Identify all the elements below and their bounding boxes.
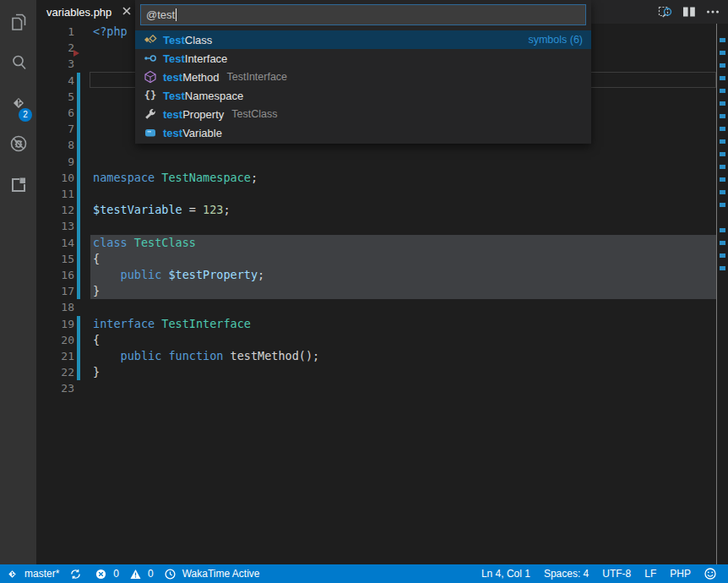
code-token: testMethod();: [231, 349, 320, 362]
interface-icon: [144, 52, 157, 65]
symbol-group-label: symbols (6): [528, 34, 583, 46]
code-line: class TestClass: [93, 235, 716, 251]
line-number: 21: [36, 348, 74, 364]
ruler-modified-mark: [720, 241, 725, 245]
status-item-ln-4-col-1[interactable]: Ln 4, Col 1: [481, 568, 530, 580]
status-label: 0: [113, 568, 119, 580]
activity-item-extensions[interactable]: [0, 166, 36, 206]
find-in-file-icon[interactable]: [654, 0, 677, 24]
line-number: 8: [36, 137, 74, 153]
status-item-php[interactable]: PHP: [670, 568, 691, 580]
symbol-list: TestClasssymbols (6)TestInterfacetestMet…: [135, 30, 591, 144]
code-token: <?php: [93, 25, 128, 38]
overview-ruler[interactable]: [716, 24, 728, 564]
line-number: 2: [36, 40, 74, 56]
git-modified-bar: [77, 316, 80, 381]
status-label: PHP: [670, 568, 691, 580]
line-number: 9: [36, 154, 74, 170]
symbol-label: testVariable: [163, 127, 222, 139]
status-item-lf[interactable]: LF: [644, 568, 656, 580]
symbol-rest: Namespace: [185, 90, 243, 102]
code-token: =: [182, 203, 203, 216]
code-line: namespace TestNamespace;: [93, 170, 716, 186]
code-token: public function: [121, 349, 231, 362]
status-bar-right: Ln 4, Col 1Spaces: 4UTF-8LFPHP: [468, 568, 728, 580]
status-item-smiley-icon[interactable]: [704, 568, 720, 580]
status-label: Spaces: 4: [544, 568, 589, 580]
code-token: ;: [258, 268, 264, 281]
activity-item-debug[interactable]: [0, 125, 36, 166]
more-actions-icon[interactable]: [701, 0, 725, 24]
status-item-utf-8[interactable]: UTF-8: [602, 568, 631, 580]
line-number: 12: [36, 202, 74, 218]
activity-bar: 2: [0, 0, 36, 564]
status-item-master[interactable]: master*: [7, 568, 59, 580]
status-item-0[interactable]: 0: [130, 568, 154, 580]
ruler-modified-mark: [720, 228, 725, 232]
code-token: namespace: [93, 171, 161, 184]
line-number: 7: [36, 121, 74, 137]
symbol-item[interactable]: testMethodTestInterface: [135, 68, 591, 86]
code-line: $testVariable = 123;: [93, 202, 716, 218]
code-token: TestNamespace: [161, 171, 251, 184]
ruler-modified-mark: [720, 89, 725, 93]
split-editor-icon[interactable]: [677, 0, 701, 24]
namespace-icon: {}: [144, 89, 157, 102]
symbol-label: TestInterface: [163, 52, 227, 65]
line-number: 14: [36, 235, 74, 251]
symbol-description: TestInterface: [227, 71, 288, 83]
activity-item-source-control[interactable]: 2: [0, 84, 36, 125]
ruler-modified-mark: [720, 266, 725, 270]
symbol-match: test: [163, 127, 182, 139]
ruler-modified-mark: [720, 253, 725, 258]
code-line: public function testMethod();: [93, 348, 716, 364]
line-number: 10: [36, 170, 74, 186]
clock-icon: [165, 569, 179, 580]
text-caret: [176, 8, 177, 21]
vscode-window: 2 variables.php: [0, 0, 728, 583]
line-number: 11: [36, 186, 74, 202]
symbol-match: test: [163, 71, 182, 84]
ruler-modified-mark: [720, 63, 725, 68]
status-label: 0: [148, 568, 154, 580]
symbol-item[interactable]: {}TestNamespace: [135, 86, 591, 105]
code-line: [93, 299, 716, 315]
status-item-sync-icon[interactable]: [70, 569, 84, 580]
symbol-match: Test: [163, 90, 185, 102]
ruler-modified-mark: [720, 190, 725, 194]
code-token: public: [121, 268, 169, 281]
symbol-rest: Method: [182, 71, 219, 84]
symbol-label: testProperty: [163, 108, 224, 121]
code-line: [93, 380, 716, 396]
search-icon: [8, 52, 30, 77]
status-item-wakatime-active[interactable]: WakaTime Active: [165, 568, 260, 580]
line-number: 20: [36, 332, 74, 348]
ruler-modified-mark: [720, 203, 725, 207]
status-item-spaces-4[interactable]: Spaces: 4: [544, 568, 589, 580]
extensions-icon: [8, 173, 30, 199]
symbol-item[interactable]: TestInterface: [135, 49, 591, 68]
activity-item-explorer[interactable]: [0, 3, 36, 44]
tab-variables-php[interactable]: variables.php: [36, 0, 142, 24]
symbol-rest: Interface: [185, 52, 228, 65]
tab-close-icon[interactable]: [120, 5, 133, 19]
status-label: LF: [644, 568, 656, 580]
warning-icon: [130, 569, 144, 580]
code-token: }: [93, 365, 100, 379]
quick-open-input[interactable]: @test: [140, 4, 586, 25]
symbol-label: TestClass: [163, 34, 212, 46]
line-number: 4: [36, 73, 74, 89]
symbol-match: test: [163, 108, 182, 121]
activity-item-search[interactable]: [0, 44, 36, 84]
status-label: WakaTime Active: [182, 568, 260, 580]
symbol-item[interactable]: testPropertyTestClass: [135, 105, 591, 123]
line-number: 16: [36, 267, 74, 283]
symbol-item[interactable]: testVariable: [135, 123, 591, 142]
symbol-item[interactable]: TestClasssymbols (6): [135, 30, 591, 49]
line-number: 1: [36, 24, 74, 40]
code-line: [93, 186, 716, 202]
status-bar: master*00WakaTime Active Ln 4, Col 1Spac…: [0, 564, 728, 583]
line-number: 23: [36, 380, 74, 396]
smiley-icon: [704, 568, 720, 580]
status-item-0[interactable]: 0: [95, 568, 119, 580]
